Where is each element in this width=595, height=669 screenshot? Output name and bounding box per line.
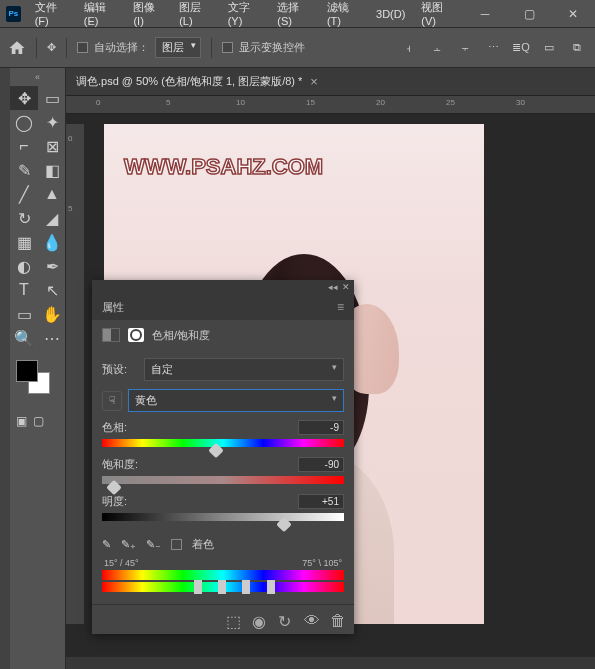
- align-icon-3[interactable]: ⫟: [455, 38, 475, 58]
- hue-slider[interactable]: [102, 439, 344, 447]
- distribute-icon[interactable]: ≣Q: [511, 38, 531, 58]
- toolbox: « ✥ ▭ ◯ ✦ ⌐ ⊠ ✎ ◧ ╱ ▲ ↻ ◢ ▦ 💧 ◐ ✒ T ↖ ▭ …: [10, 68, 66, 669]
- home-icon[interactable]: [8, 39, 26, 57]
- visibility-icon[interactable]: 👁: [304, 612, 320, 628]
- panel-close-icon[interactable]: ✕: [342, 282, 350, 292]
- lasso-tool[interactable]: ◯: [10, 110, 38, 134]
- close-button[interactable]: ✕: [551, 0, 595, 28]
- move-tool-icon[interactable]: ✥: [47, 41, 56, 54]
- eraser-tool[interactable]: ◢: [38, 206, 66, 230]
- hue-label: 色相:: [102, 420, 127, 435]
- maximize-button[interactable]: ▢: [507, 0, 551, 28]
- tool-collapse-strip[interactable]: [0, 68, 10, 669]
- extra-tool[interactable]: ⋯: [38, 326, 66, 350]
- move-tool[interactable]: ✥: [10, 86, 38, 110]
- eyedropper-add-icon[interactable]: ✎₊: [121, 538, 136, 551]
- menu-image[interactable]: 图像(I): [125, 0, 171, 27]
- screenmode-icon[interactable]: ▢: [33, 414, 44, 428]
- foreground-color[interactable]: [16, 360, 38, 382]
- clip-icon[interactable]: ⬚: [226, 612, 242, 628]
- frame-tool[interactable]: ⊠: [38, 134, 66, 158]
- hue-value[interactable]: -9: [298, 420, 344, 435]
- colorize-label: 着色: [192, 537, 214, 552]
- stamp-tool[interactable]: ▲: [38, 182, 66, 206]
- watermark-text: WWW.PSAHZ.COM: [124, 154, 323, 180]
- panel-menu-icon[interactable]: ≡: [337, 300, 344, 314]
- preset-select[interactable]: 自定: [144, 358, 344, 381]
- zoom-tool[interactable]: 🔍: [10, 326, 38, 350]
- lightness-value[interactable]: +51: [298, 494, 344, 509]
- auto-select-checkbox[interactable]: [77, 42, 88, 53]
- vertical-ruler: 0 5: [66, 124, 84, 624]
- range-right: 75° \ 105°: [302, 558, 342, 568]
- targeted-adjust-icon[interactable]: ☟: [102, 391, 122, 411]
- color-range-strip-bottom[interactable]: [102, 582, 344, 592]
- blur-tool[interactable]: 💧: [38, 230, 66, 254]
- eyedropper-sub-icon[interactable]: ✎₋: [146, 538, 161, 551]
- channel-select[interactable]: 黄色: [128, 389, 344, 412]
- delete-icon[interactable]: 🗑: [330, 612, 346, 628]
- type-tool[interactable]: T: [10, 278, 38, 302]
- app-logo: Ps: [6, 6, 21, 22]
- menu-view[interactable]: 视图(V): [413, 0, 463, 27]
- align-icon-2[interactable]: ⫠: [427, 38, 447, 58]
- transform-checkbox[interactable]: [222, 42, 233, 53]
- crop-tool[interactable]: ⌐: [10, 134, 38, 158]
- properties-panel: ◂◂ ✕ 属性 ≡ 色相/饱和度 预设: 自定 ☟ 黄色 色相: -9: [92, 280, 354, 634]
- eyedropper-icon[interactable]: ✎: [102, 538, 111, 551]
- lightness-slider[interactable]: [102, 513, 344, 521]
- status-bar: [66, 657, 595, 669]
- menu-layer[interactable]: 图层(L): [171, 0, 220, 27]
- eyedropper-tool[interactable]: ✎: [10, 158, 38, 182]
- range-left: 15° / 45°: [104, 558, 139, 568]
- reset-icon[interactable]: ↻: [278, 612, 294, 628]
- shape-tool[interactable]: ▭: [10, 302, 38, 326]
- target-dropdown[interactable]: 图层: [155, 37, 201, 58]
- more-icon[interactable]: ⋯: [483, 38, 503, 58]
- menu-filter[interactable]: 滤镜(T): [319, 0, 368, 27]
- options-bar: ✥ 自动选择： 图层 显示变换控件 ⫞ ⫠ ⫟ ⋯ ≣Q ▭ ⧉: [0, 28, 595, 68]
- preset-label: 预设:: [102, 362, 138, 377]
- mask-icon[interactable]: [128, 328, 144, 342]
- auto-select-label: 自动选择：: [94, 40, 149, 55]
- horizontal-ruler: 0 5 10 15 20 25 30: [66, 96, 595, 114]
- mode-icon[interactable]: ▭: [539, 38, 559, 58]
- transform-label: 显示变换控件: [239, 40, 305, 55]
- title-bar: Ps 文件(F) 编辑(E) 图像(I) 图层(L) 文字(Y) 选择(S) 滤…: [0, 0, 595, 28]
- align-icon-1[interactable]: ⫞: [399, 38, 419, 58]
- menu-edit[interactable]: 编辑(E): [76, 0, 126, 27]
- gradient-tool[interactable]: ▦: [10, 230, 38, 254]
- menu-file[interactable]: 文件(F): [27, 0, 76, 27]
- menu-3d[interactable]: 3D(D): [368, 8, 413, 20]
- path-tool[interactable]: ↖: [38, 278, 66, 302]
- color-range-strip-top[interactable]: [102, 570, 344, 580]
- toolbox-collapse-icon[interactable]: «: [10, 72, 65, 86]
- panel-title: 属性: [102, 300, 124, 315]
- colorize-checkbox[interactable]: [171, 539, 182, 550]
- saturation-slider[interactable]: [102, 476, 344, 484]
- brush-tool[interactable]: ╱: [10, 182, 38, 206]
- color-swatches[interactable]: [16, 360, 59, 400]
- dodge-tool[interactable]: ◐: [10, 254, 38, 278]
- saturation-value[interactable]: -90: [298, 457, 344, 472]
- quickmask-icon[interactable]: ▣: [16, 414, 27, 428]
- history-brush-tool[interactable]: ↻: [10, 206, 38, 230]
- panel-collapse-icon[interactable]: ◂◂: [328, 282, 338, 292]
- magic-wand-tool[interactable]: ✦: [38, 110, 66, 134]
- adjustment-icon[interactable]: [102, 328, 120, 342]
- lightness-label: 明度:: [102, 494, 127, 509]
- saturation-label: 饱和度:: [102, 457, 138, 472]
- document-tab[interactable]: 调色.psd @ 50% (色相/饱和度 1, 图层蒙版/8) * ×: [66, 68, 595, 96]
- pen-tool[interactable]: ✒: [38, 254, 66, 278]
- menu-select[interactable]: 选择(S): [269, 0, 319, 27]
- hand-tool[interactable]: ✋: [38, 302, 66, 326]
- menu-type[interactable]: 文字(Y): [220, 0, 270, 27]
- adjustment-name: 色相/饱和度: [152, 328, 210, 343]
- marquee-tool[interactable]: ▭: [38, 86, 66, 110]
- view-previous-icon[interactable]: ◉: [252, 612, 268, 628]
- close-tab-icon[interactable]: ×: [310, 74, 318, 89]
- document-title: 调色.psd @ 50% (色相/饱和度 1, 图层蒙版/8) *: [76, 74, 302, 89]
- minimize-button[interactable]: ─: [463, 0, 507, 28]
- healing-tool[interactable]: ◧: [38, 158, 66, 182]
- arrange-icon[interactable]: ⧉: [567, 38, 587, 58]
